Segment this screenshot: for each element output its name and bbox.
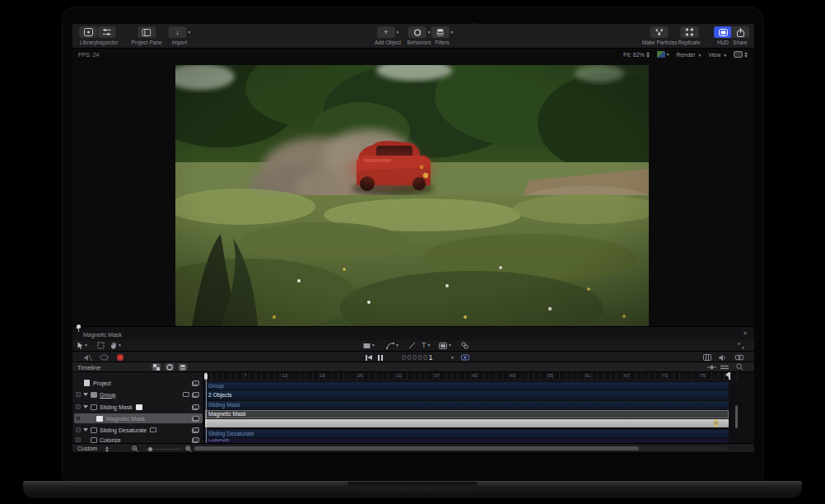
camera-icon (461, 354, 469, 361)
horizontal-scrollbar-thumb[interactable] (194, 446, 639, 450)
view-menu[interactable]: View ▾ (708, 52, 726, 58)
activation-checkbox[interactable] (76, 416, 81, 421)
hud-button[interactable]: HUD (714, 26, 732, 45)
mini-timeline[interactable]: Magnetic Mask ✕ (72, 326, 754, 340)
add-object-button[interactable]: + ▾ Add Object (375, 26, 401, 45)
mask-tool-button[interactable] (461, 341, 468, 350)
loop-playback-button[interactable] (100, 353, 109, 362)
image-mask-tool-button[interactable]: ▾ (439, 341, 451, 350)
canvas-area[interactable]: FPS: 24 Fit: 62% ▾ Render ▾ (72, 49, 754, 326)
project-pane-button[interactable]: Project Pane (131, 26, 161, 45)
track-size-button[interactable] (720, 363, 729, 371)
zoom-preset-select[interactable]: Custom (77, 446, 97, 451)
make-particles-button[interactable]: Make Particles (642, 26, 678, 45)
ruler-tick-label: 73 (662, 373, 668, 378)
import-button[interactable]: ↓ ▾ Import (169, 26, 191, 45)
text-tool-button[interactable]: T ▾ (422, 341, 430, 350)
library-button[interactable]: Library (79, 26, 97, 45)
mask-thumbnail (96, 416, 103, 422)
layer-list: Project Group S (72, 372, 204, 443)
track-label: Colorize (208, 439, 229, 442)
show-keyframes-button[interactable] (734, 353, 744, 362)
timeline-zoom-button[interactable] (734, 363, 744, 371)
layer-row-project[interactable]: Project (74, 378, 203, 388)
show-audio-timeline-button[interactable] (719, 353, 727, 362)
pan-tool-button[interactable]: ▾ (110, 341, 121, 350)
layer-label: Sliding Desaturate (100, 427, 147, 433)
show-video-timeline-button[interactable] (703, 353, 711, 362)
layers-icon (192, 437, 199, 443)
track-bar-objects[interactable]: 2 Objects (205, 391, 729, 399)
mask-layer-icon (91, 404, 97, 410)
document-icon (84, 380, 90, 386)
layer-row-group[interactable]: Group (74, 390, 203, 399)
inspector-button[interactable]: Inspector (96, 26, 119, 45)
timeline-ruler[interactable]: 7 13 19 25 31 37 43 49 55 61 67 73 79 (204, 372, 738, 380)
rectangle-tool-button[interactable]: ▾ (363, 341, 375, 350)
activation-checkbox[interactable] (76, 404, 81, 409)
activation-checkbox[interactable] (76, 427, 81, 432)
transform-tool-button[interactable] (97, 341, 105, 350)
track-bar-sliding-mask[interactable]: Sliding Mask (205, 401, 729, 409)
playhead-handle[interactable] (204, 373, 207, 380)
ruler-tick-label: 19 (319, 373, 325, 378)
track-bar-sliding-desaturate[interactable]: Sliding Desaturate (205, 430, 729, 438)
show-masks-toggle[interactable] (151, 363, 161, 371)
keyframe-rings-icon (734, 354, 744, 361)
disclosure-triangle-icon[interactable] (83, 393, 88, 396)
stepper-icon[interactable] (105, 446, 109, 452)
channels-control[interactable]: ▾ (657, 51, 669, 58)
line-tool-button[interactable] (408, 341, 416, 350)
disclosure-triangle-icon[interactable] (83, 405, 88, 408)
track-label: Sliding Desaturate (208, 431, 254, 436)
filters-button[interactable]: ▾ Filters (431, 26, 454, 45)
bezier-tool-button[interactable]: ▾ (386, 341, 399, 350)
filmstrip-icon (703, 354, 711, 361)
render-menu[interactable]: Render ▾ (677, 52, 701, 58)
zoom-out-icon[interactable] (132, 446, 138, 452)
mute-audio-button[interactable] (84, 353, 92, 362)
layer-row-sliding-desaturate[interactable]: Sliding Desaturate (74, 425, 203, 435)
behaviors-button[interactable]: ▾ Behaviors (408, 26, 431, 45)
layer-row-sliding-mask[interactable]: Sliding Mask (74, 402, 203, 412)
timecode-menu-button[interactable]: ▾ (450, 353, 454, 362)
show-behaviors-toggle[interactable] (165, 363, 175, 371)
project-end-marker[interactable] (729, 372, 730, 380)
playhead[interactable] (206, 372, 207, 443)
zoom-in-icon[interactable] (185, 446, 192, 452)
track-bar-group[interactable]: Group (205, 382, 729, 390)
play-pause-button[interactable] (378, 353, 383, 362)
share-button[interactable]: Share (731, 26, 749, 45)
close-icon[interactable]: ✕ (743, 330, 748, 337)
show-filters-toggle[interactable] (178, 363, 188, 371)
chevron-down-icon: ▾ (724, 53, 726, 58)
track-bar-magnetic-mask[interactable]: Magnetic Mask (205, 410, 729, 418)
zoom-slider-thumb[interactable] (148, 447, 152, 451)
horizontal-scrollbar[interactable] (194, 446, 728, 450)
layer-row-magnetic-mask[interactable]: Magnetic Mask (74, 413, 203, 423)
timecode-display[interactable]: 000001 (402, 353, 434, 362)
track-size-icon (720, 365, 729, 370)
track-bar-mask-analysis[interactable] (205, 419, 729, 427)
selected-object-label: Magnetic Mask (83, 332, 122, 338)
camera-control-button[interactable] (461, 353, 469, 362)
go-to-start-button[interactable] (366, 353, 372, 362)
select-tool-button[interactable]: ▾ (77, 341, 87, 350)
playhead-pin-icon[interactable] (77, 324, 81, 332)
ruler-tick-label: 79 (700, 373, 706, 378)
keyframe-marker-icon[interactable] (713, 420, 719, 426)
fit-zoom-control[interactable]: Fit: 62% (623, 52, 650, 58)
zoom-fit-button[interactable] (706, 363, 716, 371)
layout-control[interactable] (734, 51, 748, 58)
canvas-video[interactable] (175, 65, 649, 326)
activation-checkbox[interactable] (76, 392, 81, 397)
disclosure-triangle-icon[interactable] (83, 428, 88, 432)
activation-checkbox[interactable] (76, 437, 81, 442)
loop-icon (100, 354, 109, 361)
record-button[interactable] (117, 353, 124, 362)
chevron-down-icon: ▾ (396, 343, 399, 348)
expand-tools-button[interactable] (738, 341, 744, 350)
layers-icon (192, 392, 199, 398)
replicate-button[interactable]: Replicate (678, 26, 700, 45)
vertical-scrollbar[interactable] (735, 405, 738, 428)
